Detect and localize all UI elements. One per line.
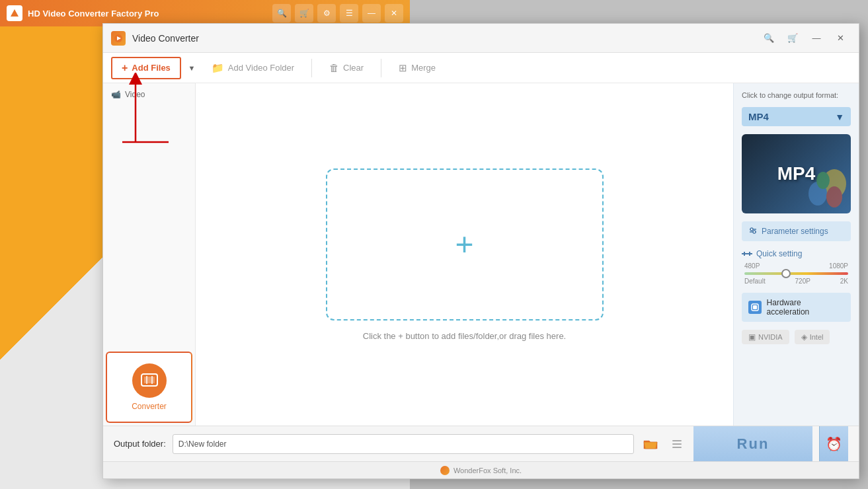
- sidebar-video-item[interactable]: 📹 Video: [103, 83, 195, 106]
- format-selector[interactable]: MP4 ▼: [742, 107, 851, 126]
- hw-accel-icon: [748, 301, 762, 314]
- quality-label-480p: 480P: [744, 262, 760, 270]
- drop-zone-wrapper: + Click the + button to add files/folder…: [196, 83, 733, 426]
- quality-label-default: Default: [744, 278, 766, 285]
- svg-point-10: [816, 172, 830, 189]
- intel-badge[interactable]: ◈ Intel: [795, 330, 830, 344]
- clear-label: Clear: [343, 63, 364, 73]
- trash-icon: 🗑: [329, 62, 339, 73]
- add-dropdown-arrow[interactable]: ▼: [184, 59, 200, 77]
- main-window: Video Converter 🔍 🛒 — ✕ + Add Files ▼ 📁 …: [102, 23, 859, 479]
- bg-minimize-btn[interactable]: —: [362, 4, 381, 22]
- toolbar-separator-1: [311, 59, 312, 77]
- run-button[interactable]: Run: [693, 426, 812, 462]
- alarm-button[interactable]: ⏰: [819, 426, 848, 462]
- merge-icon: ⊞: [399, 62, 407, 74]
- bg-menu-btn[interactable]: ☰: [340, 4, 358, 22]
- nvidia-icon: ▣: [748, 332, 756, 342]
- bg-close-btn[interactable]: ✕: [385, 4, 403, 22]
- format-dropdown-icon: ▼: [835, 112, 844, 122]
- quality-thumb[interactable]: [781, 269, 791, 278]
- output-folder-label: Output folder:: [114, 439, 166, 449]
- svg-point-9: [826, 186, 842, 207]
- bg-app-title: HD Video Converter Factory Pro: [28, 9, 267, 19]
- hardware-acceleration-button[interactable]: Hardware acceleration: [742, 293, 851, 322]
- intel-icon: ◈: [801, 332, 807, 342]
- quality-label-720p: 720P: [795, 278, 810, 285]
- svg-rect-21: [672, 443, 682, 445]
- alarm-icon: ⏰: [826, 436, 842, 452]
- bg-titlebar: HD Video Converter Factory Pro 🔍 🛒 ⚙ ☰ —…: [0, 0, 410, 26]
- cart-icon-btn[interactable]: 🛒: [782, 30, 803, 47]
- drop-zone-plus-icon: +: [455, 229, 473, 260]
- run-label: Run: [737, 435, 769, 452]
- bg-search-btn[interactable]: 🔍: [272, 4, 291, 22]
- quality-label-1080p: 1080P: [829, 262, 848, 270]
- drop-zone-hint: Click the + button to add files/folder,o…: [363, 331, 566, 341]
- footer-logo: [440, 466, 450, 475]
- bottom-bar: Output folder: Run ⏰: [103, 426, 859, 461]
- format-preview-text: MP4: [777, 163, 816, 184]
- nvidia-badge[interactable]: ▣ NVIDIA: [742, 330, 789, 344]
- quality-labels-bottom: Default 720P 2K: [744, 278, 848, 285]
- svg-rect-22: [672, 447, 682, 448]
- search-icon-btn[interactable]: 🔍: [758, 30, 779, 47]
- content-area: 📹 Video Converter +: [103, 83, 859, 426]
- svg-rect-19: [753, 305, 757, 309]
- svg-rect-20: [672, 440, 682, 441]
- sidebar-item-converter[interactable]: Converter: [106, 352, 192, 423]
- bg-cart-btn[interactable]: 🛒: [295, 4, 313, 22]
- bg-titlebar-controls: 🔍 🛒 ⚙ ☰ — ✕: [272, 4, 403, 22]
- converter-icon-wrapper: [132, 363, 167, 398]
- format-preview[interactable]: MP4: [742, 134, 851, 213]
- merge-label: Merge: [411, 63, 436, 73]
- quick-setting-text: Quick setting: [756, 249, 802, 258]
- list-icon: [671, 438, 683, 450]
- clear-button[interactable]: 🗑 Clear: [320, 58, 373, 77]
- titlebar: Video Converter 🔍 🛒 — ✕: [103, 24, 859, 53]
- plus-icon: +: [122, 62, 128, 74]
- minimize-button[interactable]: —: [806, 30, 827, 47]
- quality-label-2k: 2K: [840, 278, 848, 285]
- intel-label: Intel: [810, 333, 824, 341]
- video-icon: 📹: [111, 90, 121, 99]
- quality-slider-container: 480P 1080P Default 720P 2K: [742, 262, 851, 285]
- nvidia-label: NVIDIA: [758, 333, 783, 341]
- add-files-button[interactable]: + Add Files: [111, 57, 181, 79]
- svg-rect-4: [144, 377, 155, 383]
- output-list-button[interactable]: [667, 434, 687, 454]
- drop-zone[interactable]: +: [326, 169, 604, 320]
- footer-copyright: WonderFox Soft, Inc.: [454, 467, 522, 474]
- titlebar-controls: 🔍 🛒 — ✕: [758, 30, 851, 47]
- toolbar: + Add Files ▼ 📁 Add Video Folder 🗑 Clear…: [103, 53, 859, 83]
- right-panel: Click to change output format: MP4 ▼ MP4: [733, 83, 859, 426]
- app-logo: [111, 31, 126, 46]
- format-name: MP4: [748, 111, 769, 122]
- bg-app-logo: [7, 5, 22, 21]
- gpu-options: ▣ NVIDIA ◈ Intel: [742, 330, 851, 344]
- quick-setting-label: Quick setting: [742, 249, 851, 258]
- svg-point-14: [753, 231, 756, 233]
- svg-point-13: [750, 228, 753, 231]
- param-settings-icon: [748, 227, 758, 236]
- quality-track[interactable]: [744, 272, 848, 275]
- output-folder-input[interactable]: [173, 434, 634, 454]
- add-video-folder-label: Add Video Folder: [228, 63, 294, 73]
- hw-accel-label: Hardware acceleration: [767, 298, 844, 317]
- left-sidebar: 📹 Video Converter: [103, 83, 196, 426]
- quick-setting-section: Quick setting 480P 1080P Default 720P 2K: [742, 249, 851, 285]
- parameter-settings-button[interactable]: Parameter settings: [742, 221, 851, 241]
- merge-button[interactable]: ⊞ Merge: [389, 58, 445, 78]
- add-video-folder-button[interactable]: 📁 Add Video Folder: [202, 58, 303, 78]
- window-title: Video Converter: [132, 33, 752, 44]
- close-button[interactable]: ✕: [830, 30, 851, 47]
- param-settings-label: Parameter settings: [762, 227, 828, 236]
- folder-icon: 📁: [212, 62, 224, 74]
- folder-open-icon: [643, 438, 658, 450]
- output-format-label: Click to change output format:: [742, 91, 851, 99]
- video-label: Video: [125, 90, 145, 99]
- bg-settings-btn[interactable]: ⚙: [317, 4, 336, 22]
- browse-folder-button[interactable]: [641, 434, 660, 454]
- converter-label: Converter: [132, 402, 167, 411]
- window-footer: WonderFox Soft, Inc.: [103, 461, 859, 478]
